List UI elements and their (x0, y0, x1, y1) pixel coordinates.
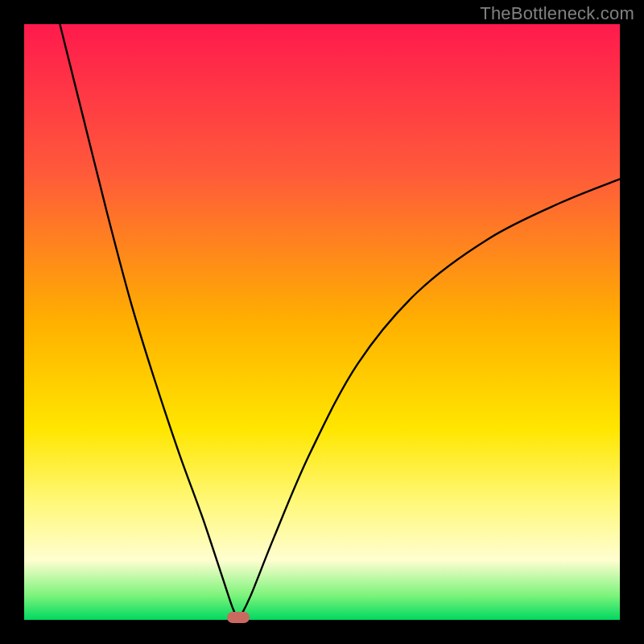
watermark-text: TheBottleneck.com (480, 3, 634, 24)
plot-area (24, 24, 620, 620)
chart-frame: TheBottleneck.com (0, 0, 644, 644)
notch-marker (227, 612, 250, 623)
bottleneck-curve (24, 24, 620, 620)
